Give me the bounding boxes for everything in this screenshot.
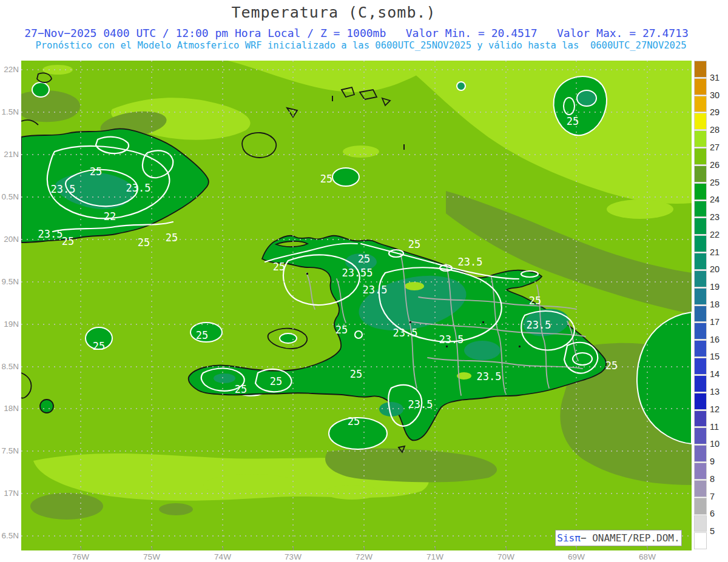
colorbar-value: 31: [710, 73, 720, 82]
colorbar-swatch: [694, 532, 707, 549]
colorbar-swatch: [694, 445, 707, 462]
colorbar-swatch: [694, 113, 707, 130]
colorbar-swatch: [694, 498, 707, 515]
colorbar-swatch: [694, 148, 707, 165]
colorbar-swatch: [694, 235, 707, 252]
lon-tick: [223, 546, 223, 550]
colorbar-value: 29: [710, 107, 720, 117]
colorbar-value: 14: [710, 369, 720, 379]
colorbar-value: 26: [710, 160, 720, 170]
lon-tick: [152, 546, 152, 550]
colorbar-swatch: [694, 253, 707, 270]
lon-tick-label: 75W: [138, 552, 165, 561]
credit-box: Sisπ− ONAMET/REP.DOM.: [555, 530, 682, 546]
colorbar-value: 11: [710, 422, 719, 432]
colorbar-value: 17: [710, 317, 720, 327]
colorbar-swatch: [694, 130, 707, 147]
lon-tick: [435, 546, 436, 550]
colorbar-swatch: [694, 323, 707, 340]
colorbar-value: 19: [710, 282, 720, 292]
lon-tick: [576, 546, 577, 550]
colorbar-swatch: [694, 306, 707, 323]
lon-tick: [81, 546, 81, 550]
colorbar-swatch: [694, 78, 707, 95]
colorbar-swatch: [694, 218, 707, 235]
colorbar-value: 12: [710, 404, 720, 414]
colorbar-value: 16: [710, 335, 720, 344]
credit-text: − ONAMET/REP.DOM.: [581, 532, 680, 544]
colorbar-value: 6: [710, 509, 715, 518]
lon-tick-label: 69W: [563, 552, 590, 561]
lon-tick-label: 73W: [280, 552, 306, 561]
lon-tick: [364, 546, 365, 550]
colorbar-value: 28: [710, 125, 720, 135]
colorbar-swatch: [694, 61, 707, 78]
lon-tick-label: 71W: [422, 552, 448, 561]
colorbar-swatch: [694, 183, 707, 200]
lon-tick-label: 76W: [67, 552, 94, 561]
lon-tick: [293, 546, 294, 550]
colorbar-swatch: [694, 270, 707, 287]
colorbar-value: 24: [710, 195, 720, 204]
colorbar-value: 18: [710, 299, 720, 309]
colorbar-value: 30: [710, 90, 720, 100]
lon-tick-label: 72W: [351, 552, 377, 561]
colorbar-value: 5: [710, 526, 715, 536]
colorbar-value: 13: [710, 387, 720, 396]
temperature-colorbar: [694, 61, 707, 549]
colorbar-swatch: [694, 201, 707, 218]
lon-tick-label: 68W: [634, 552, 661, 561]
colorbar-swatch: [694, 427, 707, 444]
colorbar-swatch: [694, 96, 707, 113]
lon-tick: [506, 546, 507, 550]
colorbar-swatch: [694, 166, 707, 182]
colorbar-swatch: [694, 288, 707, 305]
colorbar-value: 7: [710, 492, 715, 501]
colorbar-value: 8: [710, 474, 715, 484]
colorbar-swatch: [694, 410, 707, 427]
colorbar-value: 15: [710, 352, 720, 361]
colorbar-value: 10: [710, 439, 720, 449]
colorbar-value: 21: [710, 247, 720, 257]
colorbar-swatch: [694, 375, 707, 392]
lon-tick-label: 70W: [493, 552, 519, 561]
colorbar-swatch: [694, 340, 707, 357]
colorbar-swatch: [694, 515, 707, 532]
colorbar-swatch: [694, 463, 707, 480]
colorbar-value: 27: [710, 142, 720, 152]
longitude-axis: 76W75W74W73W72W71W70W69W68W: [0, 0, 728, 562]
colorbar-value: 9: [710, 457, 715, 466]
colorbar-tick-labels: 3130292827262524232221201918171615141312…: [710, 61, 728, 552]
colorbar-value: 22: [710, 230, 720, 239]
lon-tick: [647, 546, 648, 550]
colorbar-swatch: [694, 393, 707, 410]
colorbar-value: 23: [710, 212, 720, 222]
colorbar-swatch: [694, 480, 707, 497]
colorbar-value: 20: [710, 264, 720, 274]
colorbar-value: 25: [710, 178, 720, 187]
lon-tick-label: 74W: [209, 552, 236, 561]
colorbar-swatch: [694, 358, 707, 375]
brand-label: Sisπ: [557, 532, 581, 544]
